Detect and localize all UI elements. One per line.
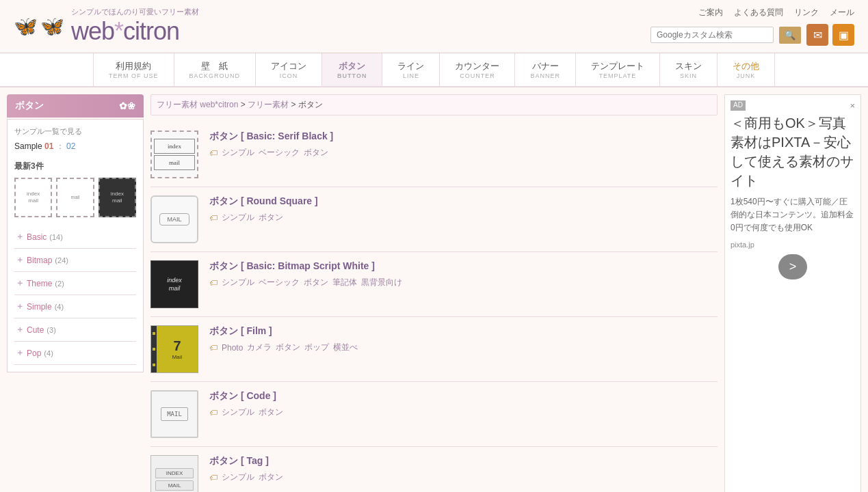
item-thumb-5[interactable]: MAIL bbox=[150, 390, 198, 438]
nav-link-links[interactable]: リンク bbox=[794, 7, 819, 18]
search-button[interactable]: 🔍 bbox=[779, 27, 801, 44]
item-row-1: index mail ボタン [ Basic: Serif Black ] 🏷 … bbox=[150, 122, 718, 187]
item-link-2[interactable]: ボタン [ Round Square ] bbox=[209, 195, 318, 206]
tag-button-4[interactable]: ボタン bbox=[276, 342, 300, 353]
nav-link-terms[interactable]: 利用規約 TERM of USE bbox=[93, 53, 174, 86]
category-item-cute[interactable]: ＋ Cute (3) bbox=[14, 318, 136, 342]
item-info-5: ボタン [ Code ] 🏷 シンプル ボタン bbox=[209, 390, 718, 418]
nav-link-faq[interactable]: よくある質問 bbox=[734, 7, 783, 18]
tag-icon-2: 🏷 bbox=[209, 213, 218, 223]
item-link-1[interactable]: ボタン [ Basic: Serif Black ] bbox=[209, 131, 333, 141]
ad-close-button[interactable]: × bbox=[850, 100, 855, 111]
tag-camera-4[interactable]: カメラ bbox=[247, 342, 272, 353]
tag-photo-4[interactable]: Photo bbox=[222, 343, 243, 353]
rss-icon[interactable]: ▣ bbox=[832, 24, 854, 46]
tag-button-6[interactable]: ボタン bbox=[259, 472, 283, 483]
item-link-3[interactable]: ボタン [ Basic: Bitmap Script White ] bbox=[209, 260, 375, 271]
nav-link-guide[interactable]: ご案内 bbox=[698, 7, 723, 18]
tag-button-2[interactable]: ボタン bbox=[259, 212, 283, 223]
cat-name-theme[interactable]: Theme bbox=[27, 279, 52, 288]
tag-basic-3[interactable]: ベーシック bbox=[259, 277, 300, 288]
thumb-3[interactable]: indexmail bbox=[98, 178, 136, 217]
search-bar: 🔍 ✉ ▣ bbox=[650, 24, 854, 46]
nav-link-background[interactable]: 壁 紙 BACKGROUND bbox=[174, 53, 257, 86]
item-thumb-4[interactable]: 7 Mail bbox=[150, 325, 198, 373]
item-thumb-1[interactable]: index mail bbox=[150, 131, 198, 178]
item-thumb-2[interactable]: MAIL bbox=[150, 195, 198, 243]
nav-item-counter: カウンター COUNTER bbox=[440, 53, 515, 86]
nav-label-banner: バナー bbox=[532, 60, 559, 72]
cat-name-basic[interactable]: Basic bbox=[27, 232, 47, 242]
tag-dark-3[interactable]: 黒背景向け bbox=[361, 277, 402, 288]
cat-name-cute[interactable]: Cute bbox=[27, 325, 44, 335]
nav-link-mail[interactable]: メール bbox=[830, 7, 854, 18]
category-item-simple[interactable]: ＋ Simple (4) bbox=[14, 295, 136, 318]
search-input[interactable] bbox=[650, 27, 774, 43]
nav-item-icon: アイコン ICON bbox=[256, 53, 322, 86]
cat-count-bitmap: (24) bbox=[55, 256, 68, 264]
nav-link-skin[interactable]: スキン SKIN bbox=[660, 53, 718, 86]
nav-link-junk[interactable]: その他 JUNK bbox=[718, 53, 775, 86]
nav-link-icon[interactable]: アイコン ICON bbox=[256, 53, 322, 86]
twitter-icon[interactable]: ✉ bbox=[806, 24, 828, 46]
cat-name-simple[interactable]: Simple bbox=[27, 302, 52, 312]
nav-sub-line: LINE bbox=[403, 72, 419, 79]
thumb-2[interactable]: mail bbox=[56, 178, 94, 217]
nav-label-skin: スキン bbox=[675, 60, 702, 72]
thumb-1[interactable]: indexmail bbox=[14, 178, 52, 217]
category-item-pop[interactable]: ＋ Pop (4) bbox=[14, 342, 136, 365]
cat-name-bitmap[interactable]: Bitmap bbox=[27, 256, 52, 265]
thumb-index-bitmap: index bbox=[167, 277, 182, 284]
tag-simple-5[interactable]: シンプル bbox=[222, 407, 254, 418]
cat-name-pop[interactable]: Pop bbox=[27, 348, 41, 358]
item-thumb-6[interactable]: INDEX MAIL bbox=[150, 455, 198, 492]
tag-simple-6[interactable]: シンプル bbox=[222, 472, 254, 483]
breadcrumb-free[interactable]: フリー素材 bbox=[248, 100, 289, 109]
item-info-2: ボタン [ Round Square ] 🏷 シンプル ボタン bbox=[209, 195, 718, 223]
thumb-3-text: indexmail bbox=[111, 191, 124, 205]
header: 🦋 🦋 シンプルでほんのり可愛いフリー素材 web*citron ご案内 よくあ… bbox=[0, 0, 868, 53]
item-row-2: MAIL ボタン [ Round Square ] 🏷 シンプル ボタン bbox=[150, 187, 718, 252]
sample-num-01[interactable]: 01 bbox=[44, 141, 53, 151]
nav-link-counter[interactable]: カウンター COUNTER bbox=[440, 53, 515, 86]
nav-link-button[interactable]: ボタン BUTTON bbox=[322, 53, 382, 86]
logo-text[interactable]: web*citron bbox=[71, 17, 199, 46]
film-mail: Mail bbox=[172, 354, 183, 360]
tagline: シンプルでほんのり可愛いフリー素材 bbox=[71, 7, 199, 17]
category-item-bitmap[interactable]: ＋ Bitmap (24) bbox=[14, 249, 136, 272]
ad-more-button[interactable]: > bbox=[778, 254, 808, 279]
social-icons: ✉ ▣ bbox=[806, 24, 854, 46]
ad-source: pixta.jp bbox=[731, 241, 855, 249]
breadcrumb-home[interactable]: フリー素材 web*citron bbox=[157, 100, 238, 109]
nav-label-junk: その他 bbox=[733, 60, 759, 72]
tag-button-3[interactable]: ボタン bbox=[304, 277, 328, 288]
tag-icon-3: 🏷 bbox=[209, 278, 218, 288]
tag-button-5[interactable]: ボタン bbox=[259, 407, 283, 418]
tag-simple-3[interactable]: シンプル bbox=[222, 277, 254, 288]
cat-count-cute: (3) bbox=[47, 326, 55, 334]
item-title-1: ボタン [ Basic: Serif Black ] bbox=[209, 131, 718, 143]
category-item-basic[interactable]: ＋ Basic (14) bbox=[14, 226, 136, 249]
item-info-6: ボタン [ Tag ] 🏷 シンプル ボタン bbox=[209, 455, 718, 483]
nav-label-line: ライン bbox=[397, 60, 424, 72]
nav-link-template[interactable]: テンプレート TEMPLATE bbox=[576, 53, 660, 86]
item-link-6[interactable]: ボタン [ Tag ] bbox=[209, 455, 269, 466]
sample-num-02[interactable]: 02 bbox=[66, 141, 75, 151]
sample-numbers: Sample 01 ： 02 bbox=[14, 141, 136, 152]
category-item-theme[interactable]: ＋ Theme (2) bbox=[14, 272, 136, 295]
tag-script-3[interactable]: 筆記体 bbox=[332, 277, 357, 288]
item-tags-2: 🏷 シンプル ボタン bbox=[209, 212, 718, 223]
tag-basic-1[interactable]: ベーシック bbox=[259, 147, 300, 159]
tag-yoko-4[interactable]: 横並べ bbox=[333, 342, 358, 353]
nav-sub-template: TEMPLATE bbox=[599, 72, 637, 79]
nav-link-banner[interactable]: バナー BANNER bbox=[515, 53, 576, 86]
tag-simple-1[interactable]: シンプル bbox=[222, 147, 254, 159]
tag-button-1[interactable]: ボタン bbox=[304, 147, 328, 159]
item-link-5[interactable]: ボタン [ Code ] bbox=[209, 390, 276, 401]
item-title-4: ボタン [ Film ] bbox=[209, 325, 718, 338]
tag-pop-4[interactable]: ポップ bbox=[304, 342, 329, 353]
tag-simple-2[interactable]: シンプル bbox=[222, 212, 254, 223]
nav-link-line[interactable]: ライン LINE bbox=[382, 53, 440, 86]
item-link-4[interactable]: ボタン [ Film ] bbox=[209, 325, 272, 336]
item-thumb-3[interactable]: index mail bbox=[150, 260, 198, 308]
